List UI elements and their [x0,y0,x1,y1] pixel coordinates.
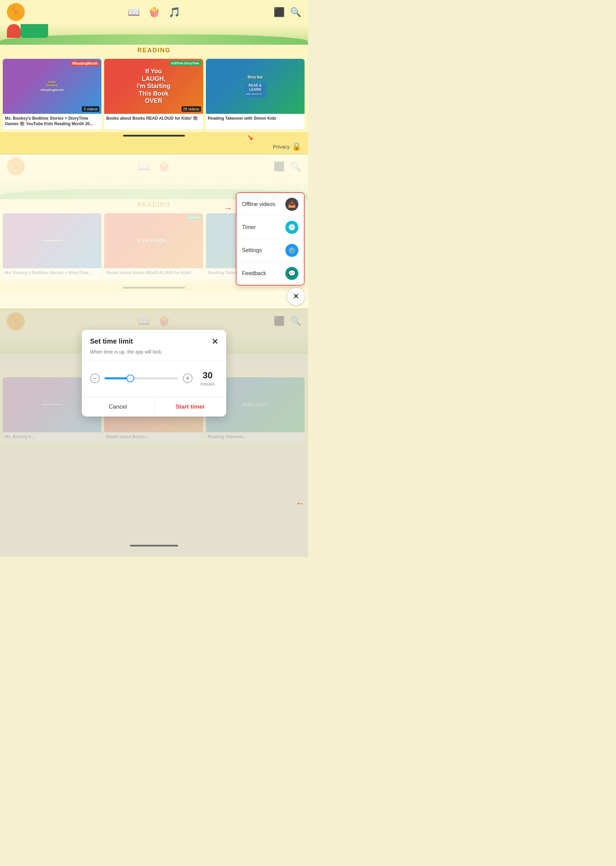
dimmed-header: 🦒 📖 🍿 ⬛ 🔍 [0,154,308,178]
slider-section: − + 30 minutes [82,361,226,397]
slider-increase-button[interactable]: + [183,373,193,383]
video-title-3: Reading Takeover with Simon Kids [206,114,305,124]
reading-icon[interactable]: 📖 [128,6,140,18]
offline-icon: 📥 [285,198,299,211]
video-thumb-2: If YouLAUGH,I'm StartingThis BookOVER 29… [104,59,203,114]
video-tag-1: #ReadingMonth [70,61,99,66]
cast-button[interactable]: ⬛ [273,7,284,17]
dialog-header: Set time limit ✕ [82,330,226,349]
scroll-bar-container [0,132,308,139]
video-thumb-3: Bitsy Bat READ &LEARNwith simon ki... [206,59,305,114]
privacy-bar: ↘ Privacy 🔒 [0,139,308,154]
app-logo[interactable]: 🦒 [7,3,25,21]
dimmed-search: 🔍 [290,161,301,172]
dimmed-card-1: #ReadingMonth Ms. Booksy's Bedtime Stori… [3,213,101,279]
timer-label: Timer [242,224,256,230]
menu-item-offline[interactable]: Offline videos 📥 [237,193,304,216]
cancel-button[interactable]: Cancel [82,397,154,416]
video-card-2[interactable]: If YouLAUGH,I'm StartingThis BookOVER 29… [104,59,203,129]
dimmed-nav: 📖 🍿 [138,161,170,172]
start-arrow-annotation: ← [295,498,305,509]
dialog-subtitle: When time is up, the app will lock. [82,349,226,360]
slider-decrease-button[interactable]: − [90,373,100,383]
video-badge-1: 3 videos [82,106,99,112]
slider-thumb[interactable] [127,375,134,382]
video-card-1[interactable]: COOLSCHOOL #ReadingMonth #ReadingMonth 3… [3,59,101,129]
scroll-indicator [123,135,185,137]
offline-label: Offline videos [242,201,275,207]
kidtime-badge: KidTime StoryTime [170,61,201,66]
section-normal-view: 🦒 📖 🍿 🎵 ⬛ 🔍 READING COOLSCHOOL #ReadingM… [0,0,308,154]
privacy-lock-icon: 🔒 [292,142,301,151]
menu-item-feedback[interactable]: Feedback 💬 [237,262,304,285]
section2-spacer [0,291,308,309]
close-icon: ✕ [293,292,299,301]
dimmed-card-2: If You LAUGH... KidTime Books about Book… [104,213,203,279]
start-timer-button[interactable]: Start timer [154,397,226,416]
video-card-3[interactable]: Bitsy Bat READ &LEARNwith simon ki... Re… [206,59,305,129]
category-label: READING [0,45,308,56]
feedback-icon: 💬 [285,267,299,280]
settings-label: Settings [242,247,262,254]
feedback-label: Feedback [242,270,266,277]
timer-number: 30 [197,370,218,381]
scene-bar [0,24,308,45]
timer-dialog: Set time limit ✕ When time is up, the ap… [82,330,226,416]
app-header: 🦒 📖 🍿 🎵 ⬛ 🔍 [0,0,308,24]
slider-track[interactable] [105,377,178,379]
video-row: COOLSCHOOL #ReadingMonth #ReadingMonth 3… [0,56,308,132]
dialog-actions: Cancel Start timer [82,397,226,416]
close-menu-button[interactable]: ✕ [288,288,305,305]
privacy-arrow: ↘ [247,133,253,142]
video-badge-2: 29 videos [181,106,201,112]
settings-icon: ⚙️ [285,244,299,257]
dialog-close-button[interactable]: ✕ [212,337,218,346]
menu-arrow-annotation: → [223,203,233,214]
snacks-icon[interactable]: 🍿 [148,6,160,18]
search-button[interactable]: 🔍 [290,7,301,17]
header-nav: 📖 🍿 🎵 [128,6,181,18]
video-thumb-1: COOLSCHOOL #ReadingMonth #ReadingMonth 3… [3,59,101,114]
dialog-title: Set time limit [90,337,133,345]
context-menu: Offline videos 📥 Timer 🕐 Settings ⚙️ Fee… [236,192,305,285]
privacy-label[interactable]: Privacy [273,144,290,150]
dimmed-scroll-indicator [123,287,185,288]
menu-item-timer[interactable]: Timer 🕐 [237,216,304,239]
timer-value-display: 30 minutes [197,370,218,387]
music-icon[interactable]: 🎵 [168,6,181,18]
timer-icon: 🕐 [285,221,299,234]
timer-unit: minutes [200,382,215,387]
dimmed-cast: ⬛ [273,161,284,172]
video-title-2: Books about Books READ ALOUD for Kids! 📚 [104,114,203,124]
video-title-1: Ms. Booksy's Bedtime Stories + StoryTime… [3,114,101,129]
header-action-icons: ⬛ 🔍 [273,7,301,17]
section-timer-view: 🦒 📖 🍿 ⬛ 🔍 #ReadingMonth Ms. Booksy's... … [0,309,308,557]
section-menu-view: 🦒 📖 🍿 ⬛ 🔍 READING #ReadingMonth Ms. Book… [0,154,308,309]
dimmed-logo: 🦒 [7,157,25,175]
menu-item-settings[interactable]: Settings ⚙️ [237,239,304,262]
